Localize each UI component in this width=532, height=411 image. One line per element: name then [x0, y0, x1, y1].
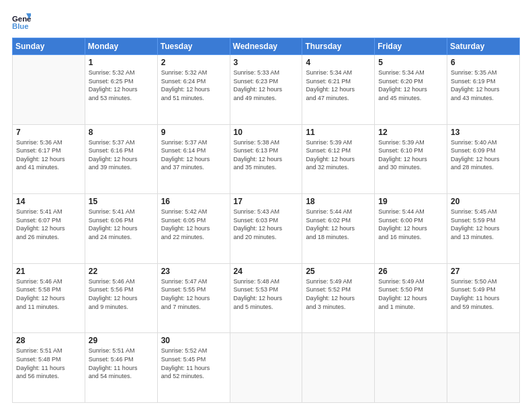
calendar-week-row: 7Sunrise: 5:36 AM Sunset: 6:17 PM Daylig…: [13, 124, 520, 194]
day-info: Sunrise: 5:43 AM Sunset: 6:03 PM Dayligh…: [234, 208, 299, 241]
calendar-week-row: 14Sunrise: 5:41 AM Sunset: 6:07 PM Dayli…: [13, 194, 520, 264]
day-info: Sunrise: 5:39 AM Sunset: 6:12 PM Dayligh…: [306, 138, 371, 172]
calendar-cell: 13Sunrise: 5:40 AM Sunset: 6:09 PM Dayli…: [447, 124, 520, 194]
day-number: 23: [161, 267, 226, 276]
day-number: 3: [234, 58, 299, 67]
page-header: General Blue: [12, 12, 520, 31]
day-number: 9: [161, 128, 226, 137]
calendar-cell: 28Sunrise: 5:51 AM Sunset: 5:48 PM Dayli…: [13, 333, 85, 403]
day-info: Sunrise: 5:51 AM Sunset: 5:46 PM Dayligh…: [89, 347, 154, 380]
day-info: Sunrise: 5:46 AM Sunset: 5:56 PM Dayligh…: [89, 277, 154, 311]
day-info: Sunrise: 5:38 AM Sunset: 6:13 PM Dayligh…: [234, 138, 299, 172]
day-info: Sunrise: 5:34 AM Sunset: 6:21 PM Dayligh…: [306, 68, 371, 102]
calendar-cell: [302, 333, 375, 403]
calendar-cell: 9Sunrise: 5:37 AM Sunset: 6:14 PM Daylig…: [157, 124, 230, 194]
day-info: Sunrise: 5:37 AM Sunset: 6:14 PM Dayligh…: [161, 138, 226, 172]
day-number: 20: [451, 197, 516, 206]
day-info: Sunrise: 5:32 AM Sunset: 6:24 PM Dayligh…: [161, 68, 226, 102]
calendar-cell: 3Sunrise: 5:33 AM Sunset: 6:23 PM Daylig…: [230, 55, 302, 125]
day-number: 24: [234, 267, 299, 276]
weekday-header: Wednesday: [230, 38, 302, 55]
day-number: 4: [306, 58, 371, 67]
day-number: 2: [161, 58, 226, 67]
calendar-cell: 14Sunrise: 5:41 AM Sunset: 6:07 PM Dayli…: [13, 194, 85, 264]
day-info: Sunrise: 5:41 AM Sunset: 6:07 PM Dayligh…: [16, 208, 81, 241]
svg-text:Blue: Blue: [12, 22, 29, 30]
calendar-cell: 23Sunrise: 5:47 AM Sunset: 5:55 PM Dayli…: [157, 263, 230, 333]
calendar-header-row: SundayMondayTuesdayWednesdayThursdayFrid…: [13, 38, 520, 55]
day-info: Sunrise: 5:45 AM Sunset: 5:59 PM Dayligh…: [451, 208, 516, 241]
day-number: 13: [451, 128, 516, 137]
weekday-header: Monday: [85, 38, 157, 55]
day-number: 22: [89, 267, 154, 276]
calendar-cell: 27Sunrise: 5:50 AM Sunset: 5:49 PM Dayli…: [447, 263, 520, 333]
day-number: 6: [451, 58, 516, 67]
day-info: Sunrise: 5:46 AM Sunset: 5:58 PM Dayligh…: [16, 277, 81, 311]
day-number: 19: [378, 197, 443, 206]
day-number: 11: [306, 128, 371, 137]
calendar-cell: 19Sunrise: 5:44 AM Sunset: 6:00 PM Dayli…: [375, 194, 447, 264]
day-number: 26: [378, 267, 443, 276]
day-number: 18: [306, 197, 371, 206]
day-number: 25: [306, 267, 371, 276]
calendar-week-row: 21Sunrise: 5:46 AM Sunset: 5:58 PM Dayli…: [13, 263, 520, 333]
calendar-cell: 15Sunrise: 5:41 AM Sunset: 6:06 PM Dayli…: [85, 194, 157, 264]
day-number: 14: [16, 197, 81, 206]
day-info: Sunrise: 5:50 AM Sunset: 5:49 PM Dayligh…: [451, 277, 516, 311]
day-number: 15: [89, 197, 154, 206]
calendar-cell: 22Sunrise: 5:46 AM Sunset: 5:56 PM Dayli…: [85, 263, 157, 333]
day-number: 8: [89, 128, 154, 137]
calendar-cell: 10Sunrise: 5:38 AM Sunset: 6:13 PM Dayli…: [230, 124, 302, 194]
day-info: Sunrise: 5:44 AM Sunset: 6:00 PM Dayligh…: [378, 208, 443, 241]
day-info: Sunrise: 5:51 AM Sunset: 5:48 PM Dayligh…: [16, 347, 81, 380]
calendar-cell: [447, 333, 520, 403]
day-info: Sunrise: 5:36 AM Sunset: 6:17 PM Dayligh…: [16, 138, 81, 172]
day-number: 29: [89, 336, 154, 345]
day-info: Sunrise: 5:33 AM Sunset: 6:23 PM Dayligh…: [234, 68, 299, 102]
day-number: 5: [378, 58, 443, 67]
calendar-cell: [230, 333, 302, 403]
day-info: Sunrise: 5:49 AM Sunset: 5:52 PM Dayligh…: [306, 277, 371, 311]
weekday-header: Sunday: [13, 38, 85, 55]
day-number: 30: [161, 336, 226, 345]
calendar-cell: 16Sunrise: 5:42 AM Sunset: 6:05 PM Dayli…: [157, 194, 230, 264]
calendar-week-row: 28Sunrise: 5:51 AM Sunset: 5:48 PM Dayli…: [13, 333, 520, 403]
calendar-cell: 1Sunrise: 5:32 AM Sunset: 6:25 PM Daylig…: [85, 55, 157, 125]
calendar-cell: 12Sunrise: 5:39 AM Sunset: 6:10 PM Dayli…: [375, 124, 447, 194]
day-info: Sunrise: 5:44 AM Sunset: 6:02 PM Dayligh…: [306, 208, 371, 241]
day-number: 12: [378, 128, 443, 137]
calendar-cell: 8Sunrise: 5:37 AM Sunset: 6:16 PM Daylig…: [85, 124, 157, 194]
day-info: Sunrise: 5:34 AM Sunset: 6:20 PM Dayligh…: [378, 68, 443, 102]
day-number: 28: [16, 336, 81, 345]
calendar-cell: 11Sunrise: 5:39 AM Sunset: 6:12 PM Dayli…: [302, 124, 375, 194]
calendar-cell: 5Sunrise: 5:34 AM Sunset: 6:20 PM Daylig…: [375, 55, 447, 125]
logo-icon: General Blue: [12, 12, 31, 31]
day-number: 1: [89, 58, 154, 67]
calendar-cell: 2Sunrise: 5:32 AM Sunset: 6:24 PM Daylig…: [157, 55, 230, 125]
day-info: Sunrise: 5:48 AM Sunset: 5:53 PM Dayligh…: [234, 277, 299, 311]
weekday-header: Friday: [375, 38, 447, 55]
day-info: Sunrise: 5:40 AM Sunset: 6:09 PM Dayligh…: [451, 138, 516, 172]
day-info: Sunrise: 5:32 AM Sunset: 6:25 PM Dayligh…: [89, 68, 154, 102]
day-info: Sunrise: 5:39 AM Sunset: 6:10 PM Dayligh…: [378, 138, 443, 172]
day-number: 16: [161, 197, 226, 206]
day-info: Sunrise: 5:52 AM Sunset: 5:45 PM Dayligh…: [161, 347, 226, 380]
day-info: Sunrise: 5:37 AM Sunset: 6:16 PM Dayligh…: [89, 138, 154, 172]
weekday-header: Thursday: [302, 38, 375, 55]
day-number: 7: [16, 128, 81, 137]
calendar-cell: 25Sunrise: 5:49 AM Sunset: 5:52 PM Dayli…: [302, 263, 375, 333]
calendar-cell: 7Sunrise: 5:36 AM Sunset: 6:17 PM Daylig…: [13, 124, 85, 194]
day-info: Sunrise: 5:35 AM Sunset: 6:19 PM Dayligh…: [451, 68, 516, 102]
day-number: 10: [234, 128, 299, 137]
calendar-cell: 20Sunrise: 5:45 AM Sunset: 5:59 PM Dayli…: [447, 194, 520, 264]
logo: General Blue: [12, 12, 31, 31]
day-info: Sunrise: 5:41 AM Sunset: 6:06 PM Dayligh…: [89, 208, 154, 241]
calendar-cell: 26Sunrise: 5:49 AM Sunset: 5:50 PM Dayli…: [375, 263, 447, 333]
day-number: 17: [234, 197, 299, 206]
calendar-cell: 29Sunrise: 5:51 AM Sunset: 5:46 PM Dayli…: [85, 333, 157, 403]
day-info: Sunrise: 5:49 AM Sunset: 5:50 PM Dayligh…: [378, 277, 443, 311]
calendar-cell: 4Sunrise: 5:34 AM Sunset: 6:21 PM Daylig…: [302, 55, 375, 125]
calendar-cell: 18Sunrise: 5:44 AM Sunset: 6:02 PM Dayli…: [302, 194, 375, 264]
calendar-cell: [13, 55, 85, 125]
calendar-cell: 17Sunrise: 5:43 AM Sunset: 6:03 PM Dayli…: [230, 194, 302, 264]
